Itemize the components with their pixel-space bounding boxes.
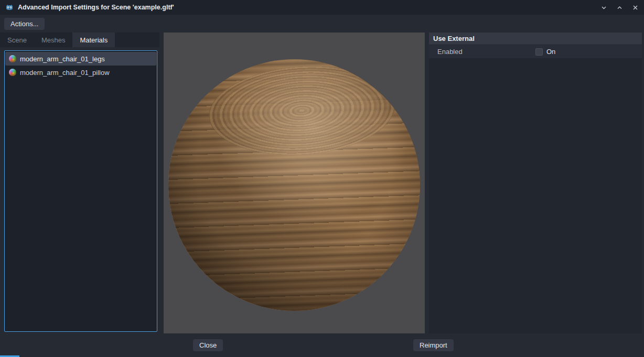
enabled-checkbox[interactable] (535, 48, 543, 56)
tab-materials[interactable]: Materials (72, 33, 115, 47)
actions-button[interactable]: Actions... (4, 18, 45, 30)
close-button[interactable]: Close (193, 339, 223, 351)
checkbox-state-label: On (546, 48, 555, 56)
material-icon (9, 55, 16, 62)
menubar: Actions... (0, 15, 644, 33)
property-label: Enabled (429, 48, 535, 56)
footer: Close Reimport (0, 333, 644, 356)
sphere-shading (168, 59, 420, 311)
list-item[interactable]: modern_arm_chair_01_legs (5, 52, 156, 66)
tab-scene[interactable]: Scene (0, 33, 34, 47)
tab-meshes[interactable]: Meshes (34, 33, 73, 47)
material-preview-viewport (164, 33, 425, 333)
godot-icon (5, 3, 14, 12)
window-minimize-icon[interactable] (600, 4, 607, 11)
main-area: Scene Meshes Materials modern_arm_chair_… (0, 33, 644, 333)
left-column: Scene Meshes Materials modern_arm_chair_… (0, 33, 159, 333)
list-item[interactable]: modern_arm_chair_01_pillow (5, 66, 156, 79)
window-close-icon[interactable] (631, 4, 639, 11)
materials-list: modern_arm_chair_01_legs modern_arm_chai… (4, 50, 157, 332)
titlebar: Advanced Import Settings for Scene 'exam… (0, 0, 644, 15)
reimport-button[interactable]: Reimport (413, 339, 454, 351)
inspector-panel: Use External Enabled On (429, 33, 642, 333)
section-use-external[interactable]: Use External (429, 33, 642, 45)
tab-bar: Scene Meshes Materials (0, 33, 159, 47)
material-icon (9, 69, 16, 76)
material-label: modern_arm_chair_01_legs (20, 55, 105, 63)
window-maximize-icon[interactable] (616, 4, 623, 11)
property-row-enabled: Enabled On (429, 45, 642, 58)
material-label: modern_arm_chair_01_pillow (20, 69, 110, 77)
preview-sphere (168, 59, 420, 311)
window-title: Advanced Import Settings for Scene 'exam… (18, 4, 174, 11)
